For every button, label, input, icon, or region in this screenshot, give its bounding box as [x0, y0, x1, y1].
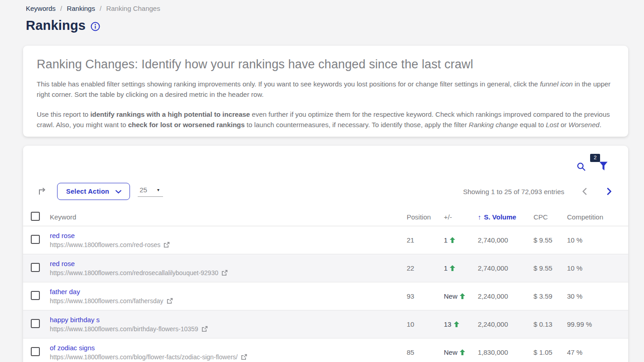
arrow-up-icon — [450, 237, 455, 243]
ranking-url: https://www.1800flowers.com/birthday-flo… — [50, 325, 198, 333]
external-link-icon[interactable] — [202, 326, 208, 332]
caret-down-icon: ▾ — [157, 187, 159, 192]
volume-value: 2,240,000 — [478, 320, 533, 328]
page-size-select[interactable]: 25 ▾ — [138, 186, 163, 197]
volume-value: 1,830,000 — [478, 348, 533, 356]
text: Use this report to — [37, 110, 90, 118]
pagination-next-icon[interactable] — [607, 188, 612, 195]
position-value: 85 — [407, 348, 444, 356]
table-header-row: Keyword Position +/- ↑S. Volume CPC Comp… — [23, 208, 628, 226]
keyword-link[interactable]: of zodiac signs — [50, 344, 95, 352]
volume-value: 2,740,000 — [478, 236, 533, 244]
search-icon[interactable] — [577, 162, 586, 171]
breadcrumb: Keywords / Rankings / Ranking Changes — [26, 5, 160, 12]
volume-value: 2,240,000 — [478, 292, 533, 300]
intro-paragraph-2: Use this report to identify rankings wit… — [37, 109, 613, 130]
position-value: 10 — [407, 320, 444, 328]
position-value: 21 — [407, 236, 444, 244]
ranking-url: https://www.1800flowers.com/redrosecalla… — [50, 269, 218, 276]
keyword-link[interactable]: red rose — [50, 260, 75, 267]
text: equal to — [518, 121, 546, 129]
row-checkbox[interactable] — [31, 263, 40, 272]
volume-value: 2,740,000 — [478, 264, 533, 272]
row-checkbox[interactable] — [31, 319, 40, 328]
table-row: father day https://www.1800flowers.com/f… — [23, 282, 628, 310]
change-value: 1 — [444, 264, 447, 272]
competition-value: 30 % — [567, 292, 628, 300]
header-cpc[interactable]: CPC — [533, 213, 567, 221]
external-link-icon[interactable] — [163, 242, 170, 248]
competition-value: 99.99 % — [567, 320, 628, 328]
arrow-up-icon — [460, 349, 465, 355]
table-row: red rose https://www.1800flowers.com/red… — [23, 226, 628, 254]
ranking-url: https://www.1800flowers.com/blog/flower-… — [50, 353, 238, 361]
external-link-icon[interactable] — [241, 354, 247, 360]
external-link-icon[interactable] — [221, 270, 228, 276]
text: or — [559, 121, 569, 129]
breadcrumb-separator: / — [100, 5, 101, 12]
row-checkbox[interactable] — [31, 235, 40, 244]
breadcrumb-ranking-changes: Ranking Changes — [106, 5, 160, 12]
italic-text: Worsened — [568, 121, 599, 129]
arrow-up-icon — [454, 321, 459, 327]
select-action-dropdown[interactable]: Select Action — [57, 183, 130, 200]
pagination-prev-icon[interactable] — [582, 188, 587, 195]
competition-value: 10 % — [567, 264, 628, 272]
info-icon[interactable] — [91, 22, 100, 31]
table-row: red rose https://www.1800flowers.com/red… — [23, 254, 628, 282]
cpc-value: $ 9.55 — [533, 264, 567, 272]
ranking-url: https://www.1800flowers.com/red-roses — [50, 241, 160, 248]
funnel-icon-mention: funnel icon — [540, 80, 573, 88]
header-competition[interactable]: Competition — [567, 213, 628, 221]
keyword-link[interactable]: father day — [50, 288, 80, 295]
keyword-link[interactable]: happy birthday s — [50, 316, 100, 324]
table-card: 2 Select Action — [23, 146, 628, 362]
filter-count-badge: 2 — [590, 154, 600, 162]
chevron-down-icon — [115, 187, 121, 195]
cpc-value: $ 0.13 — [533, 320, 567, 328]
forward-arrow-icon[interactable] — [38, 187, 46, 195]
change-value: 13 — [444, 320, 452, 328]
bold-text: identify rankings with a high potential … — [90, 110, 250, 118]
cpc-value: $ 3.59 — [533, 292, 567, 300]
italic-text: Ranking change — [469, 121, 518, 129]
italic-text: Lost — [546, 121, 558, 129]
intro-paragraph-1: This table has enabled filter settings s… — [37, 79, 613, 100]
sort-asc-icon: ↑ — [478, 213, 481, 221]
keyword-link[interactable]: red rose — [50, 232, 75, 239]
cpc-value: $ 9.55 — [533, 236, 567, 244]
change-value: 1 — [444, 236, 447, 244]
header-keyword[interactable]: Keyword — [50, 213, 407, 221]
showing-entries-text: Showing 1 to 25 of 72,093 entries — [463, 188, 565, 195]
select-all-checkbox[interactable] — [31, 212, 40, 221]
header-change[interactable]: +/- — [444, 213, 478, 221]
external-link-icon[interactable] — [167, 298, 173, 304]
table-row: of zodiac signs https://www.1800flowers.… — [23, 338, 628, 362]
select-action-label: Select Action — [66, 188, 109, 195]
header-s-volume[interactable]: ↑S. Volume — [478, 213, 533, 221]
change-value: New — [444, 348, 457, 356]
ranking-url: https://www.1800flowers.com/fathersday — [50, 297, 163, 305]
position-value: 93 — [407, 292, 444, 300]
breadcrumb-separator: / — [60, 5, 62, 12]
filter-funnel-icon[interactable]: 2 — [599, 162, 608, 171]
cpc-value: $ 1.05 — [533, 348, 567, 356]
breadcrumb-rankings[interactable]: Rankings — [67, 5, 95, 12]
table-row: happy birthday s https://www.1800flowers… — [23, 310, 628, 338]
row-checkbox[interactable] — [31, 347, 40, 356]
header-s-volume-label: S. Volume — [484, 213, 516, 221]
position-value: 22 — [407, 264, 444, 272]
text: This table has enabled filter settings s… — [37, 80, 540, 88]
competition-value: 47 % — [567, 348, 628, 356]
page-title: Rankings — [26, 18, 86, 33]
row-checkbox[interactable] — [31, 291, 40, 300]
page-size-value: 25 — [139, 186, 147, 194]
text: to launch countermeasures, if necessary.… — [245, 121, 469, 129]
rankings-table: Keyword Position +/- ↑S. Volume CPC Comp… — [23, 208, 628, 362]
arrow-up-icon — [450, 265, 455, 271]
intro-heading: Ranking Changes: Identify how your ranki… — [37, 57, 613, 71]
intro-card: Ranking Changes: Identify how your ranki… — [23, 46, 628, 137]
page: Keywords / Rankings / Ranking Changes Ra… — [0, 0, 644, 362]
header-position[interactable]: Position — [407, 213, 444, 221]
breadcrumb-keywords[interactable]: Keywords — [26, 5, 56, 12]
